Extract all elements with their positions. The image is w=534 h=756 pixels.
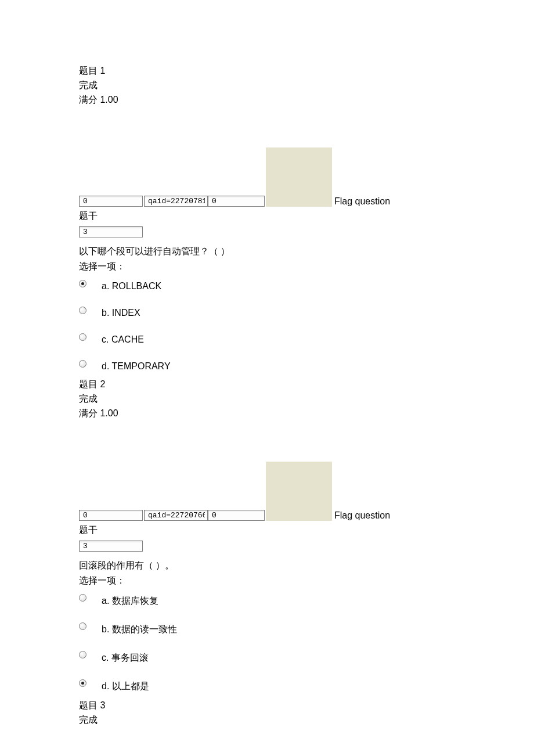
option-d[interactable]: d. 以上都是	[79, 678, 534, 693]
option-label: c. 事务回滚	[102, 650, 149, 664]
choose-label: 选择一项：	[79, 575, 534, 587]
flag-row: Flag question	[79, 147, 534, 207]
option-label: b. 数据的读一致性	[102, 621, 177, 636]
stem-label: 题干	[79, 524, 534, 537]
input-c[interactable]	[208, 510, 265, 521]
question-title: 题目 2	[79, 377, 534, 392]
option-a[interactable]: a. ROLLBACK	[79, 279, 534, 291]
flag-icon[interactable]	[266, 147, 332, 207]
flag-row: Flag question	[79, 462, 534, 521]
question-title: 题目 3	[79, 699, 534, 713]
question-status: 完成	[79, 713, 534, 728]
option-d[interactable]: d. TEMPORARY	[79, 359, 534, 372]
radio-icon[interactable]	[79, 679, 86, 687]
flag-question-link[interactable]: Flag question	[334, 510, 390, 521]
stem-input[interactable]	[79, 226, 143, 237]
option-label: a. ROLLBACK	[102, 279, 161, 291]
option-label: a. 数据库恢复	[102, 593, 158, 607]
stem-label: 题干	[79, 210, 534, 222]
radio-icon[interactable]	[79, 307, 86, 314]
option-label: b. INDEX	[102, 305, 140, 318]
question-status: 完成	[79, 392, 534, 406]
option-b[interactable]: b. 数据的读一致性	[79, 621, 534, 636]
input-a[interactable]	[79, 510, 143, 521]
question-1: 题目 1 完成 满分 1.00 Flag question 题干 以下哪个段可以…	[79, 64, 534, 372]
question-3: 题目 3 完成	[79, 699, 534, 728]
stem-input-row	[79, 226, 534, 237]
flag-icon[interactable]	[266, 462, 332, 521]
option-label: d. 以上都是	[102, 678, 149, 693]
question-header: 题目 1 完成 满分 1.00	[79, 64, 534, 107]
radio-icon[interactable]	[79, 651, 86, 658]
radio-icon[interactable]	[79, 280, 86, 287]
question-2: 题目 2 完成 满分 1.00 Flag question 题干 回滚段的作用有…	[79, 377, 534, 692]
question-status: 完成	[79, 78, 534, 93]
input-a[interactable]	[79, 196, 143, 207]
flag-question-link[interactable]: Flag question	[334, 196, 390, 207]
radio-icon[interactable]	[79, 333, 86, 341]
question-header: 题目 3 完成	[79, 699, 534, 728]
question-text: 回滚段的作用有（ ）。	[79, 559, 534, 573]
radio-icon[interactable]	[79, 360, 86, 368]
stem-input[interactable]	[79, 541, 143, 552]
radio-icon[interactable]	[79, 622, 86, 630]
stem-input-row	[79, 540, 534, 552]
option-label: d. TEMPORARY	[102, 359, 171, 372]
input-b[interactable]	[144, 196, 208, 207]
question-title: 题目 1	[79, 64, 534, 78]
question-score: 满分 1.00	[79, 93, 534, 107]
radio-icon[interactable]	[79, 594, 86, 602]
input-b[interactable]	[144, 510, 208, 521]
question-text: 以下哪个段可以进行自动管理？（ ）	[79, 244, 534, 258]
input-c[interactable]	[208, 196, 265, 207]
option-a[interactable]: a. 数据库恢复	[79, 593, 534, 607]
question-score: 满分 1.00	[79, 406, 534, 421]
option-b[interactable]: b. INDEX	[79, 305, 534, 318]
option-label: c. CACHE	[102, 332, 144, 345]
option-c[interactable]: c. 事务回滚	[79, 650, 534, 664]
question-header: 题目 2 完成 满分 1.00	[79, 377, 534, 420]
choose-label: 选择一项：	[79, 261, 534, 273]
option-c[interactable]: c. CACHE	[79, 332, 534, 345]
